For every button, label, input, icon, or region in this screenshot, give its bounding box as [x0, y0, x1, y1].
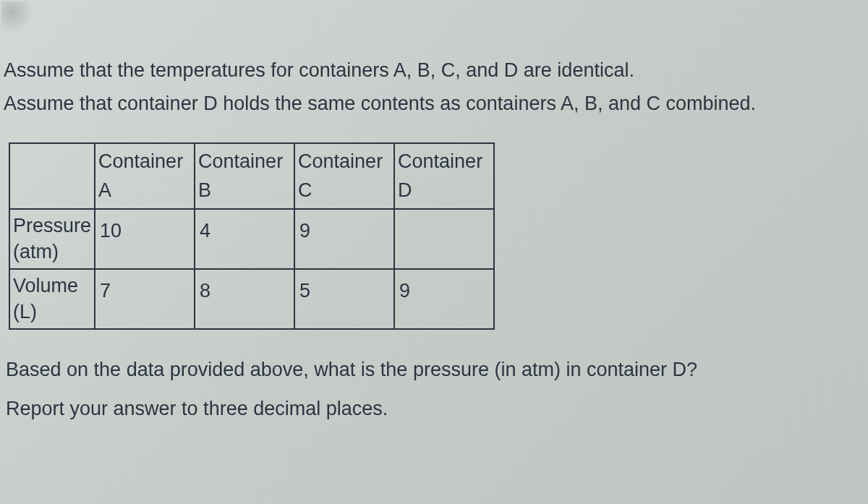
question-line-1: Based on the data provided above, what i…: [6, 350, 864, 389]
problem-content: Assume that the temperatures for contain…: [0, 0, 868, 428]
header-container-a: Container A: [95, 143, 195, 209]
table-header-row: Container A Container B Container C Cont…: [9, 143, 494, 209]
row-label-volume: Volume (L): [9, 269, 95, 329]
assumption-2: Assume that container D holds the same c…: [4, 87, 864, 121]
question-line-2: Report your answer to three decimal plac…: [6, 389, 864, 428]
header-container-c: Container C: [294, 143, 394, 209]
table-row-volume: Volume (L) 7 8 5 9: [9, 269, 494, 329]
container-data-table: Container A Container B Container C Cont…: [9, 142, 495, 330]
header-blank: [9, 143, 95, 209]
volume-a: 7: [95, 269, 195, 329]
pressure-b: 4: [195, 209, 294, 269]
pressure-d: [394, 209, 494, 269]
volume-b: 8: [195, 269, 294, 329]
question-text: Based on the data provided above, what i…: [0, 330, 868, 428]
header-container-d: Container D: [394, 143, 494, 209]
volume-c: 5: [294, 269, 394, 329]
pressure-a: 10: [95, 209, 195, 269]
intro-text: Assume that the temperatures for contain…: [0, 0, 868, 135]
assumption-1: Assume that the temperatures for contain…: [4, 54, 864, 87]
pressure-c: 9: [294, 209, 394, 269]
volume-d: 9: [394, 269, 494, 329]
table-row-pressure: Pressure (atm) 10 4 9: [9, 209, 494, 269]
row-label-pressure: Pressure (atm): [9, 209, 95, 269]
header-container-b: Container B: [195, 143, 294, 209]
data-table-wrapper: Container A Container B Container C Cont…: [0, 135, 868, 330]
